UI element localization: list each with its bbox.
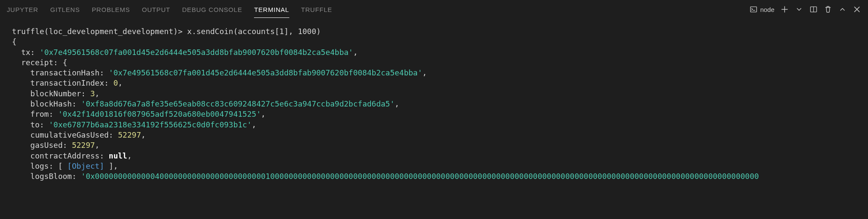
contract-address-value: null bbox=[109, 151, 127, 160]
terminal-output[interactable]: truffle(loc_development_development)> x.… bbox=[0, 19, 868, 189]
tab-debug-console[interactable]: DEBUG CONSOLE bbox=[182, 1, 242, 18]
contract-address-key: contractAddress: bbox=[30, 151, 104, 160]
terminal-command: x.sendCoin(accounts[1], 1000) bbox=[187, 27, 321, 36]
transaction-hash-value: '0x7e49561568c07fa001d45e2d6444e505a3dd8… bbox=[109, 68, 423, 77]
logs-bloom-value: '0x0000000000000400000000000000000000000… bbox=[81, 172, 759, 181]
block-number-value: 3 bbox=[90, 89, 95, 98]
logs-close-bracket: ] bbox=[109, 161, 114, 170]
kill-terminal-button[interactable] bbox=[824, 5, 832, 14]
panel-header: JUPYTER GITLENS PROBLEMS OUTPUT DEBUG CO… bbox=[0, 0, 868, 19]
to-key: to: bbox=[30, 120, 44, 129]
tab-gitlens[interactable]: GITLENS bbox=[50, 1, 80, 18]
gas-used-value: 52297 bbox=[72, 141, 95, 150]
panel-actions: node bbox=[749, 5, 861, 14]
transaction-index-value: 0 bbox=[113, 78, 118, 87]
shell-name: node bbox=[760, 6, 774, 13]
terminal-shell-selector[interactable]: node bbox=[749, 5, 774, 14]
transaction-hash-key: transactionHash: bbox=[30, 68, 104, 77]
to-value: '0xe67877b6aa2318e334192f556625c0d0fc093… bbox=[49, 120, 252, 129]
logs-open-bracket: [ bbox=[58, 161, 63, 170]
logs-object: [Object] bbox=[67, 161, 104, 170]
tab-output[interactable]: OUTPUT bbox=[142, 1, 170, 18]
transaction-index-key: transactionIndex: bbox=[30, 78, 108, 87]
logs-bloom-key: logsBloom: bbox=[30, 172, 76, 181]
svg-rect-0 bbox=[750, 7, 757, 12]
tab-jupyter[interactable]: JUPYTER bbox=[7, 1, 38, 18]
new-terminal-button[interactable] bbox=[780, 5, 789, 14]
terminal-prompt: truffle(loc_development_development)> bbox=[12, 27, 183, 36]
from-key: from: bbox=[30, 110, 53, 118]
tx-value: '0x7e49561568c07fa001d45e2d6444e505a3dd8… bbox=[40, 48, 353, 57]
tab-truffle[interactable]: TRUFFLE bbox=[301, 1, 332, 18]
gas-used-key: gasUsed: bbox=[30, 141, 67, 150]
block-hash-value: '0xf8a8d676a7a8fe35e65eab08cc83c60924842… bbox=[81, 99, 395, 108]
block-number-key: blockNumber: bbox=[30, 89, 86, 98]
close-panel-button[interactable] bbox=[853, 5, 861, 14]
tx-key: tx: bbox=[21, 48, 35, 57]
receipt-key: receipt: { bbox=[21, 58, 67, 67]
terminal-icon bbox=[749, 5, 758, 14]
block-hash-key: blockHash: bbox=[30, 99, 76, 108]
tab-terminal[interactable]: TERMINAL bbox=[254, 1, 289, 18]
panel-tabs: JUPYTER GITLENS PROBLEMS OUTPUT DEBUG CO… bbox=[7, 1, 749, 18]
from-value: '0x42f14d01816f087965adf520a680eb0047941… bbox=[58, 110, 261, 118]
split-terminal-button[interactable] bbox=[809, 5, 818, 14]
output-line: { bbox=[12, 37, 17, 46]
tab-problems[interactable]: PROBLEMS bbox=[92, 1, 130, 18]
maximize-panel-button[interactable] bbox=[838, 5, 847, 14]
logs-key: logs: bbox=[30, 161, 53, 170]
cumulative-gas-used-key: cumulativeGasUsed: bbox=[30, 130, 113, 139]
cumulative-gas-used-value: 52297 bbox=[118, 130, 141, 139]
terminal-dropdown-icon[interactable] bbox=[795, 5, 803, 14]
